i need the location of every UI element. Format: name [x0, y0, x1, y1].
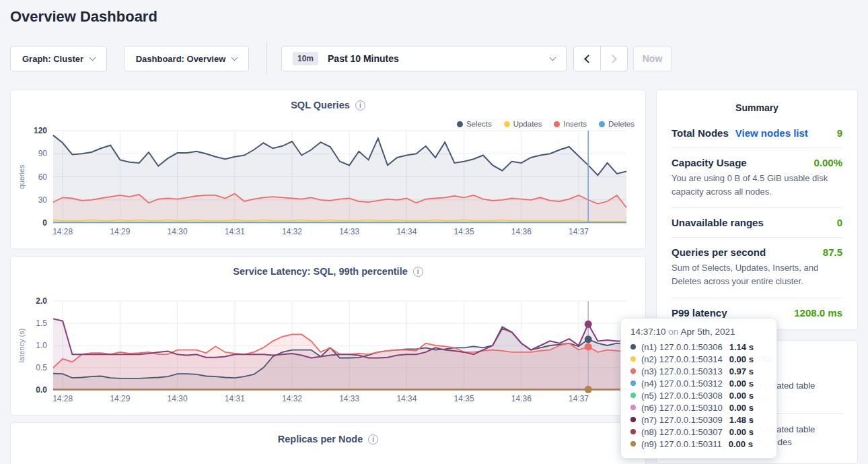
- svg-text:0.5: 0.5: [36, 363, 47, 372]
- sql-queries-card: SQL Queries i SelectsUpdatesInsertsDelet…: [10, 90, 646, 249]
- svg-text:14:35: 14:35: [454, 227, 474, 236]
- info-icon[interactable]: i: [368, 434, 378, 444]
- summary-label: Total Nodes: [672, 127, 729, 139]
- time-next-button[interactable]: [601, 46, 628, 71]
- summary-row-top: P99 latency1208.0 ms: [672, 307, 842, 319]
- view-nodes-link[interactable]: View nodes list: [735, 127, 808, 139]
- svg-text:30: 30: [38, 195, 48, 205]
- chevron-left-icon: [584, 55, 593, 63]
- tooltip-timestamp: 14:37:10 on Apr 5th, 2021: [630, 327, 767, 337]
- svg-text:14:29: 14:29: [110, 227, 130, 236]
- time-range-label: Past 10 Minutes: [328, 53, 399, 64]
- svg-text:14:31: 14:31: [225, 227, 245, 236]
- tooltip-node-value: 0.00 s: [729, 354, 754, 364]
- tooltip-node-value: 0.00 s: [729, 391, 754, 401]
- tooltip-node-row: (n8) 127.0.0.1:503070.00 s: [630, 426, 767, 438]
- time-prev-button[interactable]: [574, 46, 601, 71]
- dashboard-dropdown[interactable]: Dashboard: Overview: [124, 46, 249, 71]
- summary-row: Capacity Usage0.00%You are using 0 B of …: [672, 147, 842, 207]
- summary-label: P99 latency: [672, 307, 727, 319]
- node-dot-icon: [630, 344, 636, 350]
- graph-dropdown[interactable]: Graph: Cluster: [10, 46, 107, 71]
- summary-row: Unavailable ranges0: [672, 207, 842, 237]
- tooltip-node-name: (n8) 127.0.0.1:50307: [641, 427, 723, 437]
- svg-text:60: 60: [38, 172, 48, 182]
- summary-row: Total NodesView nodes list9: [672, 119, 842, 147]
- summary-description: You are using 0 B of 4.5 GiB usable disk…: [672, 172, 842, 199]
- summary-value: 0: [837, 217, 842, 228]
- tooltip-node-row: (n5) 127.0.0.1:503080.00 s: [630, 389, 767, 401]
- summary-row-top: Capacity Usage0.00%: [672, 157, 842, 168]
- chevron-down-icon: [231, 54, 238, 61]
- summary-value: 1208.0 ms: [794, 307, 842, 319]
- replicas-per-node-title: Replicas per Node: [278, 434, 363, 444]
- chart-hover-tooltip: 14:37:10 on Apr 5th, 2021 (n1) 127.0.0.1…: [620, 318, 777, 459]
- tooltip-node-value: 0.00 s: [729, 378, 754, 389]
- summary-row: Queries per second87.5Sum of Selects, Up…: [672, 237, 842, 297]
- tooltip-node-name: (n7) 127.0.0.1:50309: [641, 415, 723, 425]
- svg-text:14:28: 14:28: [52, 394, 73, 403]
- summary-title: Summary: [672, 102, 842, 113]
- tooltip-node-row: (n3) 127.0.0.1:503130.97 s: [630, 365, 767, 377]
- dashboard-dropdown-label: Dashboard: Overview: [136, 54, 226, 64]
- summary-row-top: Unavailable ranges0: [672, 217, 842, 228]
- svg-text:14:36: 14:36: [511, 394, 532, 403]
- svg-text:14:32: 14:32: [282, 394, 302, 403]
- service-latency-card: Service Latency: SQL, 99th percentile i …: [10, 256, 646, 416]
- chevron-down-icon: [550, 54, 556, 61]
- tooltip-node-name: (n4) 127.0.0.1:50312: [641, 378, 723, 389]
- summary-row-top: Queries per second87.5: [672, 246, 842, 258]
- svg-text:14:36: 14:36: [511, 227, 532, 236]
- svg-text:14:32: 14:32: [282, 227, 302, 236]
- toolbar-divider: [266, 42, 267, 74]
- node-dot-icon: [630, 405, 636, 410]
- node-dot-icon: [630, 393, 636, 398]
- svg-text:14:34: 14:34: [396, 227, 417, 236]
- sql-queries-chart[interactable]: 030609012014:2814:2914:3014:3114:3214:33…: [11, 125, 647, 243]
- summary-description: Sum of Selects, Updates, Inserts, and De…: [672, 261, 842, 288]
- tooltip-node-row: (n4) 127.0.0.1:503120.00 s: [630, 377, 767, 389]
- tooltip-node-value: 0.97 s: [729, 366, 754, 376]
- summary-panel: Summary Total NodesView nodes list9Capac…: [656, 90, 858, 330]
- summary-label: Unavailable ranges: [672, 217, 764, 228]
- svg-text:14:33: 14:33: [339, 227, 359, 236]
- summary-label: Capacity Usage: [672, 157, 747, 168]
- summary-row-top: Total NodesView nodes list9: [672, 127, 842, 139]
- graph-dropdown-label: Graph: Cluster: [22, 54, 83, 64]
- svg-text:14:30: 14:30: [168, 394, 188, 403]
- tooltip-node-value: 1.48 s: [729, 415, 754, 425]
- tooltip-node-row: (n9) 127.0.0.1:503110.00 s: [630, 438, 767, 450]
- svg-text:14:34: 14:34: [396, 394, 417, 403]
- svg-text:120: 120: [34, 126, 47, 135]
- node-dot-icon: [630, 356, 636, 362]
- node-dot-icon: [630, 417, 636, 422]
- tooltip-node-value: 0.00 s: [729, 403, 754, 413]
- summary-value: 9: [837, 127, 842, 139]
- service-latency-chart[interactable]: 0.00.51.01.52.014:2814:2914:3014:3114:32…: [11, 289, 647, 407]
- svg-text:14:35: 14:35: [454, 394, 474, 403]
- node-dot-icon: [630, 429, 636, 434]
- svg-text:14:30: 14:30: [168, 227, 188, 236]
- node-dot-icon: [630, 380, 636, 386]
- tooltip-node-row: (n1) 127.0.0.1:503061.14 s: [630, 341, 767, 353]
- svg-text:14:37: 14:37: [569, 394, 589, 403]
- summary-label: Queries per second: [672, 246, 766, 258]
- replicas-per-node-card: Replicas per Node i: [10, 422, 646, 464]
- chevron-down-icon: [89, 54, 96, 61]
- tooltip-node-row: (n2) 127.0.0.1:503140.00 s: [630, 353, 767, 365]
- now-button[interactable]: Now: [633, 46, 672, 71]
- svg-text:0: 0: [42, 218, 47, 228]
- tooltip-node-value: 0.00 s: [729, 439, 753, 449]
- svg-text:14:31: 14:31: [225, 394, 245, 403]
- page-title: Overview Dashboard: [10, 8, 157, 26]
- tooltip-node-name: (n6) 127.0.0.1:50310: [641, 403, 723, 413]
- svg-text:1.0: 1.0: [36, 341, 47, 350]
- tooltip-node-name: (n1) 127.0.0.1:50306: [641, 342, 723, 352]
- info-icon[interactable]: i: [355, 100, 365, 110]
- svg-text:2.0: 2.0: [36, 296, 47, 306]
- summary-value: 0.00%: [813, 157, 842, 168]
- info-icon[interactable]: i: [413, 267, 423, 277]
- time-range-picker[interactable]: 10m Past 10 Minutes: [281, 46, 567, 71]
- chevron-right-icon: [608, 55, 617, 63]
- summary-value: 87.5: [823, 246, 842, 258]
